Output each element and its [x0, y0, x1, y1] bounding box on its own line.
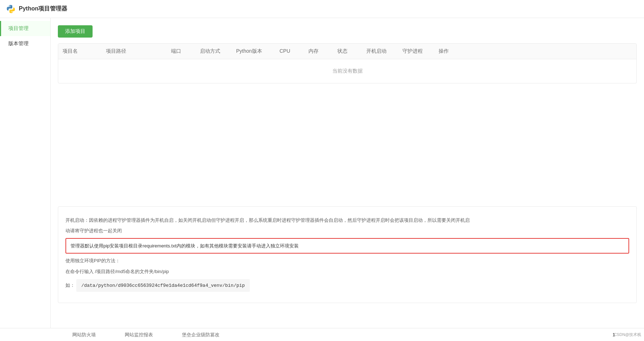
sidebar-item-version-mgmt-label: 版本管理	[8, 40, 29, 46]
project-table: 项目名 项目路径 端口 启动方式 Python版本 CPU 内存 状态 开机启动…	[58, 43, 637, 83]
bottom-bar: 网站防火墙 网站监控报表 堡垒企业级防篡改 1 CSDN@技术栈	[0, 328, 644, 341]
sidebar-item-project-mgmt[interactable]: 项目管理	[0, 21, 50, 36]
top-bar: Python项目管理器	[0, 0, 644, 18]
highlight-text: 管理器默认使用pip安装项目根目录requirements.txt内的模块，如有…	[71, 243, 299, 249]
bottom-brand: CSDN@技术栈	[614, 332, 641, 337]
col-python-version: Python版本	[232, 48, 275, 55]
bottom-item-fortress[interactable]: 堡垒企业级防篡改	[182, 332, 219, 338]
highlight-notice: 管理器默认使用pip安装项目根目录requirements.txt内的模块，如有…	[65, 238, 629, 254]
layout: 项目管理 版本管理 添加项目 项目名 项目路径 端口 启动方式 Python版本…	[0, 18, 644, 341]
col-project-name: 项目名	[58, 48, 102, 55]
table-header: 项目名 项目路径 端口 启动方式 Python版本 CPU 内存 状态 开机启动…	[58, 44, 636, 59]
bottom-item-firewall[interactable]: 网站防火墙	[72, 332, 96, 338]
app-title: Python项目管理器	[19, 5, 67, 13]
sidebar: 项目管理 版本管理	[0, 18, 51, 341]
empty-text: 当前没有数据	[332, 68, 363, 74]
info-line-3: 在命令行输入 /项目路径/md5命名的文件夹/bin/pip	[65, 267, 629, 276]
info-section: 开机启动：因依赖的进程守护管理器插件为开机自启，如关闭开机启动但守护进程开启，那…	[58, 206, 637, 303]
main-content: 添加项目 项目名 项目路径 端口 启动方式 Python版本 CPU 内存 状态…	[51, 18, 644, 341]
add-project-button[interactable]: 添加项目	[58, 25, 93, 38]
python-logo-icon	[6, 4, 16, 14]
col-boot-start: 开机启动	[362, 48, 398, 55]
table-empty-state: 当前没有数据	[58, 59, 636, 83]
col-memory: 内存	[304, 48, 333, 55]
info-line-2: 使用独立环境PIP的方法：	[65, 256, 629, 265]
bottom-item-monitor[interactable]: 网站监控报表	[125, 332, 153, 338]
example-code: /data/python/d9036cc6563924cf9e1da4e1cd6…	[76, 279, 250, 292]
info-line-1: 开机启动：因依赖的进程守护管理器插件为开机自启，如关闭开机启动但守护进程开启，那…	[65, 216, 629, 224]
col-actions: 操作	[434, 48, 470, 55]
col-status: 状态	[333, 48, 362, 55]
info-line-1-cont: 动请将守护进程也一起关闭	[65, 226, 629, 235]
sidebar-item-version-mgmt[interactable]: 版本管理	[0, 36, 50, 51]
col-port: 端口	[167, 48, 196, 55]
col-project-path: 项目路径	[102, 48, 167, 55]
col-startup: 启动方式	[196, 48, 232, 55]
col-guardian: 守护进程	[398, 48, 434, 55]
app-logo: Python项目管理器	[6, 4, 67, 14]
info-example: 如： /data/python/d9036cc6563924cf9e1da4e1…	[65, 278, 629, 293]
example-label: 如：	[65, 282, 75, 288]
sidebar-item-project-mgmt-label: 项目管理	[8, 25, 29, 31]
col-cpu: CPU	[275, 48, 304, 55]
